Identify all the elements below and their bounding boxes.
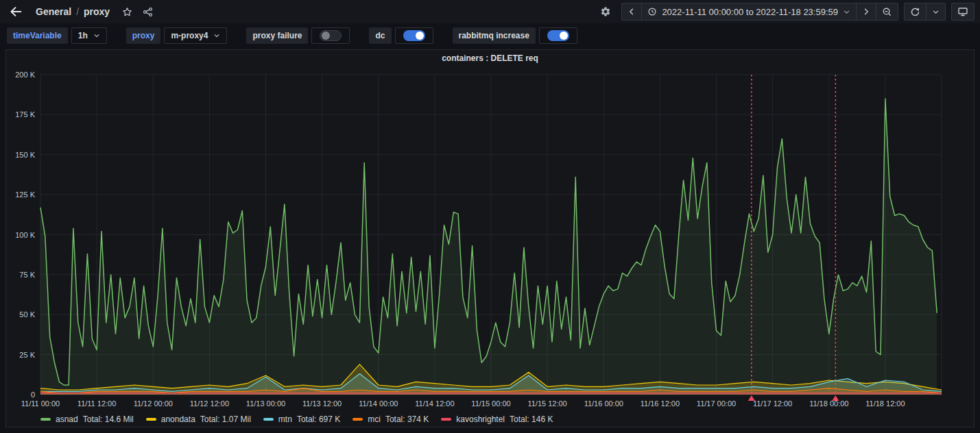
kiosk-mode-group [951, 3, 975, 21]
svg-text:175 K: 175 K [15, 110, 35, 119]
toggle-off-switch [320, 30, 342, 41]
variable-proxy-failure: proxy failure [246, 27, 350, 44]
toggle-on-switch [403, 30, 425, 41]
chevron-down-icon [843, 8, 850, 16]
svg-text:11/15 12:00: 11/15 12:00 [527, 399, 566, 408]
time-range-button[interactable]: 2022-11-11 00:00:00 to 2022-11-18 23:59:… [641, 3, 856, 20]
legend-swatch [352, 418, 363, 421]
chevron-down-icon [213, 32, 220, 39]
legend-series-total: Total: 146 K [510, 415, 553, 424]
svg-text:11/11 12:00: 11/11 12:00 [77, 399, 116, 408]
svg-text:11/12 12:00: 11/12 12:00 [190, 399, 229, 408]
legend-item-anondata[interactable]: anondataTotal: 1.07 Mil [146, 415, 251, 424]
variable-proxy-failure-label: proxy failure [246, 27, 308, 44]
variable-timeVariable-label: timeVariable [7, 27, 68, 44]
svg-text:11/16 12:00: 11/16 12:00 [641, 399, 680, 408]
share-button[interactable] [137, 3, 158, 21]
back-button[interactable] [5, 3, 26, 21]
legend-series-name: asnad [56, 415, 78, 424]
variable-proxy-select[interactable]: m-proxy4 [164, 27, 227, 44]
legend-series-name: mci [368, 415, 381, 424]
variable-dc: dc [369, 27, 433, 44]
chart-legend: asnadTotal: 14.6 MilanondataTotal: 1.07 … [40, 415, 553, 424]
svg-text:11/16 00:00: 11/16 00:00 [584, 399, 623, 408]
legend-swatch [40, 418, 51, 421]
dc-toggle[interactable] [395, 27, 433, 44]
variable-timeVariable: timeVariable 1h [7, 27, 107, 44]
refresh-picker [904, 3, 946, 21]
variable-rabbitmq-increase: rabbitmq increase [453, 27, 577, 44]
svg-text:11/14 12:00: 11/14 12:00 [415, 399, 454, 408]
legend-series-name: anondata [161, 415, 195, 424]
dashboard-settings-button[interactable] [595, 3, 616, 21]
svg-text:11/12 00:00: 11/12 00:00 [134, 399, 173, 408]
legend-swatch [146, 418, 156, 421]
variable-proxy: proxy m-proxy4 [126, 27, 228, 44]
refresh-icon [910, 7, 920, 17]
variable-proxy-label: proxy [126, 27, 161, 44]
svg-text:100 K: 100 K [15, 231, 35, 239]
chevron-right-icon [862, 8, 870, 16]
legend-series-name: mtn [278, 415, 292, 424]
svg-text:0: 0 [31, 391, 35, 399]
variables-row: timeVariable 1h proxy m-proxy4 proxy fai… [7, 26, 577, 45]
chevron-left-icon [628, 8, 636, 16]
svg-text:11/18 00:00: 11/18 00:00 [809, 399, 848, 408]
gear-icon [600, 6, 611, 17]
variable-rabbitmq-label: rabbitmq increase [453, 27, 536, 44]
legend-series-total: Total: 1.07 Mil [200, 415, 251, 424]
toggle-on-switch [547, 30, 569, 41]
legend-swatch [441, 418, 451, 421]
legend-item-mtn[interactable]: mtnTotal: 697 K [263, 415, 340, 424]
panel-containers-delete-req: containers : DELETE req 025 K50 K75 K100… [5, 49, 975, 428]
legend-series-total: Total: 14.6 Mil [83, 415, 134, 424]
share-icon [143, 7, 153, 17]
svg-text:11/13 12:00: 11/13 12:00 [302, 399, 342, 408]
svg-text:75 K: 75 K [19, 271, 35, 279]
refresh-interval-button[interactable] [926, 3, 945, 20]
proxy-failure-toggle[interactable] [311, 27, 350, 44]
legend-series-name: kavoshrightel [456, 415, 505, 424]
panel-title[interactable]: containers : DELETE req [6, 50, 974, 66]
svg-text:150 K: 150 K [15, 151, 35, 159]
top-nav: General / proxy [0, 0, 980, 23]
svg-text:25 K: 25 K [19, 351, 35, 359]
legend-item-asnad[interactable]: asnadTotal: 14.6 Mil [40, 415, 134, 424]
star-button[interactable] [117, 3, 137, 21]
time-picker: 2022-11-11 00:00:00 to 2022-11-18 23:59:… [621, 3, 898, 21]
variable-dc-label: dc [369, 27, 391, 44]
legend-item-kavoshrightel[interactable]: kavoshrightelTotal: 146 K [441, 415, 553, 424]
svg-text:11/18 12:00: 11/18 12:00 [865, 399, 905, 408]
breadcrumb: General / proxy [36, 6, 110, 17]
breadcrumb-section[interactable]: General [36, 6, 71, 17]
variable-timeVariable-value: 1h [78, 31, 88, 40]
svg-text:200 K: 200 K [15, 71, 35, 79]
kiosk-mode-button[interactable] [952, 3, 974, 20]
breadcrumb-page: proxy [84, 6, 110, 17]
chart[interactable]: 025 K50 K75 K100 K125 K150 K175 K200 K11… [6, 66, 974, 410]
variable-proxy-value: m-proxy4 [171, 31, 208, 40]
legend-item-mci[interactable]: mciTotal: 374 K [352, 415, 429, 424]
time-range-text: 2022-11-11 00:00:00 to 2022-11-18 23:59:… [662, 7, 838, 17]
clock-icon [647, 7, 657, 16]
svg-text:11/13 00:00: 11/13 00:00 [246, 399, 285, 408]
rabbitmq-toggle[interactable] [539, 27, 577, 44]
legend-swatch [263, 418, 274, 421]
svg-text:11/17 00:00: 11/17 00:00 [697, 399, 736, 408]
zoom-out-icon [882, 7, 892, 17]
variable-timeVariable-select[interactable]: 1h [71, 27, 107, 44]
zoom-out-button[interactable] [876, 3, 898, 20]
star-icon [122, 7, 132, 17]
time-shift-back-button[interactable] [622, 3, 641, 20]
svg-text:11/17 12:00: 11/17 12:00 [753, 399, 792, 408]
legend-series-total: Total: 697 K [297, 415, 340, 424]
time-shift-forward-button[interactable] [856, 3, 876, 20]
svg-text:50 K: 50 K [19, 310, 35, 319]
breadcrumb-separator: / [76, 6, 79, 17]
svg-text:11/15 00:00: 11/15 00:00 [471, 399, 510, 408]
svg-text:11/11 00:00: 11/11 00:00 [21, 399, 60, 408]
svg-text:125 K: 125 K [15, 190, 35, 199]
svg-text:11/14 00:00: 11/14 00:00 [359, 399, 398, 408]
refresh-button[interactable] [905, 3, 926, 20]
back-arrow-icon [10, 5, 22, 18]
